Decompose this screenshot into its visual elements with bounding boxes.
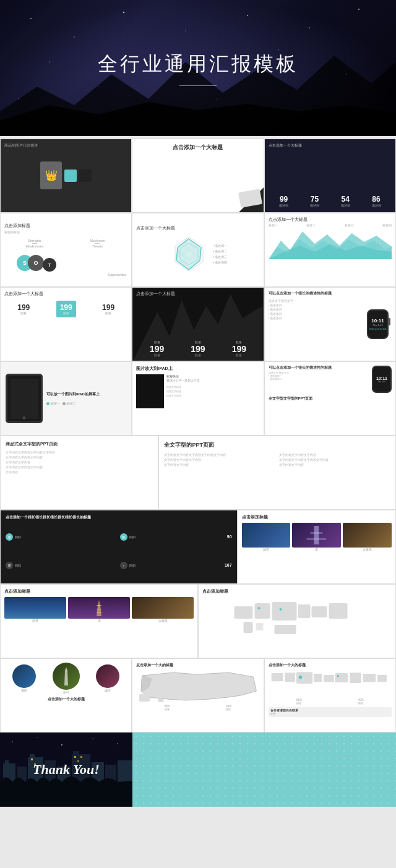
- usa-stats: 68% 描述 49% 描述: [136, 705, 259, 711]
- ns-199-1: 199 指标: [17, 303, 30, 315]
- mountain-svg: [269, 228, 392, 259]
- svg-rect-26: [235, 606, 253, 619]
- ft1-title: 商品式全文字型的PPT页面: [6, 441, 153, 447]
- ipad-text-content: 可以放一个图片到IPAD的屏幕上 标签一 标签二: [46, 392, 126, 405]
- stat-num-86: 86: [372, 195, 380, 204]
- svg-rect-30: [312, 606, 327, 617]
- circle-photo-2: [53, 663, 80, 690]
- apple-watch-mockup: 10:11 Thu Jul 6 Thank you 6.6.4 5:41: [364, 291, 392, 357]
- svg-rect-40: [271, 673, 283, 681]
- svg-point-56: [117, 743, 118, 744]
- large-image-placeholder: [136, 374, 164, 408]
- gallery2-photos: 湖景 塔 古建筑: [4, 597, 194, 622]
- svg-point-7: [49, 61, 50, 62]
- thankyou-text-container: Thank You!: [33, 762, 100, 778]
- gallery-photos: 城市 塔 古建筑: [242, 523, 392, 551]
- svg-rect-59: [5, 760, 9, 765]
- num-stats-title: 点击添加一个大标题: [4, 291, 127, 297]
- svg-point-5: [309, 27, 310, 28]
- swot-title: 点击添加标题: [4, 223, 127, 229]
- stat-num-75: 75: [311, 195, 319, 204]
- svg-rect-22: [307, 538, 327, 540]
- svg-point-8: [98, 86, 100, 87]
- world-stats-title: 点击添加一个大的标题: [269, 663, 392, 668]
- row-8: 摄影 旅行 城市 点击添加一个大的标题: [0, 658, 396, 733]
- tower2-svg: [93, 599, 105, 617]
- thumb-fulltext-2: 全文字型的PPT页面 文字内容文字内容文字内容文字内容文字内容 文字内容文字内容…: [158, 436, 396, 510]
- cp-title: 点击添加一个大的标题: [4, 697, 127, 702]
- row-4: 可以放一个图片到IPAD的屏幕上 标签一 标签二 图片放大到IPAD上: [0, 361, 396, 436]
- dsg-3: 图 回归: [6, 552, 118, 578]
- svg-point-39: [158, 698, 164, 702]
- circle-photo-1: [12, 664, 36, 688]
- ipad-title: 可以放一个图片到IPAD的屏幕上: [46, 392, 126, 397]
- svg-point-54: [61, 744, 62, 746]
- gallery2-title: 点击添加标题: [4, 588, 194, 595]
- swot-t-circle: T: [43, 258, 56, 272]
- svg-rect-37: [64, 671, 68, 671]
- small-watch: 10:11 Thu Jul 6: [372, 366, 392, 393]
- stat-label-75: 描述词: [310, 204, 319, 207]
- thumb-dark-stats: 点击添加一个大标题 数量 199 数量 数量 199 数量 数量 199 数量: [132, 287, 264, 361]
- thumb-worldmap: 点击添加标题: [198, 584, 396, 658]
- swot-s: Strengths Weaknesses: [26, 239, 44, 248]
- svg-point-3: [185, 30, 186, 31]
- cp-2: 旅行: [53, 663, 80, 694]
- svg-rect-31: [329, 603, 348, 619]
- svg-rect-29: [298, 604, 311, 618]
- gallery-title: 点击添加标题: [242, 514, 392, 520]
- photo-lake: [4, 597, 66, 619]
- svg-rect-25: [97, 612, 101, 613]
- thumb-mountain-chart: 点击添加一个大标题 标签一标签二标签三标签四: [264, 213, 396, 287]
- ipad-label-2: 标签二: [62, 402, 76, 405]
- dsg-4: ↑ 回归 107: [120, 552, 232, 578]
- row-7: 点击添加标题 湖景 塔: [0, 584, 396, 658]
- svg-rect-20: [314, 526, 319, 544]
- thumb-fulltext-1: 商品式全文字型的PPT页面 文字内容文字内容文字内容文字内容 文字内容文字内容文…: [0, 436, 158, 510]
- cooperation-box: 合作者请您向右联系 联系: [269, 707, 392, 717]
- svg-rect-45: [335, 673, 348, 682]
- svg-point-12: [216, 98, 217, 100]
- worldmap-title: 点击添加标题: [202, 588, 392, 595]
- thumb-stats-title: 点击添加一个大标题: [269, 143, 392, 148]
- thumb-photo-gallery: 点击添加标题 城市 塔: [238, 510, 396, 584]
- stat-54: 54 描述词: [341, 195, 350, 207]
- svg-point-6: [358, 9, 359, 10]
- ft2-title: 全文字型的PPT页面: [164, 441, 390, 449]
- svg-rect-38: [139, 694, 150, 702]
- thumb-num-stats-light: 点击添加一个大标题 199 指标 199 指标 199 指标: [0, 287, 132, 361]
- usa-title: 点击添加一个大的标题: [136, 663, 259, 668]
- ipad-device: [6, 374, 43, 423]
- radar-title: 点击添加一个大标题: [136, 226, 259, 231]
- row-3: 点击添加一个大标题 199 指标 199 指标 199 指标 点击添加一个大标题: [0, 287, 396, 361]
- svg-point-36: [258, 607, 260, 609]
- svg-rect-33: [275, 625, 296, 634]
- svg-point-50: [337, 675, 339, 677]
- radar-chart: [169, 234, 209, 274]
- slide-hero: 全行业通用汇报模板: [0, 0, 396, 136]
- cp-1: 摄影: [12, 664, 36, 692]
- svg-rect-66: [73, 751, 79, 756]
- tower-svg: [292, 523, 341, 548]
- svg-point-35: [280, 608, 282, 611]
- ft2-content: 文字内容文字内容文字内容文字内容文字内容 文字内容文字内容文字内容 文字内容文字…: [164, 453, 390, 466]
- usa-map-svg: [136, 669, 259, 703]
- svg-point-1: [74, 37, 75, 38]
- photo-ancient2: [132, 597, 194, 619]
- row-1: 商品的图片代位描述 👑 点击添加一个大标题 点击添加一个大标题: [0, 139, 396, 213]
- watch-text-labels: 可以点击添加一个很长的描述性的标题 描述文字 描述文字 • 描述条目一 • 描述…: [269, 366, 369, 380]
- cp2-tower: [60, 666, 72, 687]
- row-5: 商品式全文字型的PPT页面 文字内容文字内容文字内容文字内容 文字内容文字内容文…: [0, 436, 396, 510]
- svg-rect-62: [30, 754, 35, 759]
- circle-photo-3: [96, 664, 119, 688]
- thumb-ipad: 可以放一个图片到IPAD的屏幕上 标签一 标签二: [0, 361, 132, 436]
- svg-rect-47: [363, 674, 376, 682]
- photo-city: [242, 523, 291, 548]
- thankyou-text: Thank You!: [33, 762, 100, 778]
- watch-time: 10:11: [371, 318, 384, 324]
- stat-num-99: 99: [280, 195, 288, 204]
- radar-legend: • 描述词一 • 描述词二 • 描述词三 • 描述词四: [213, 244, 227, 264]
- stat-num-54: 54: [342, 195, 350, 204]
- thankyou-right-panel: [132, 733, 396, 807]
- svg-rect-21: [311, 532, 323, 534]
